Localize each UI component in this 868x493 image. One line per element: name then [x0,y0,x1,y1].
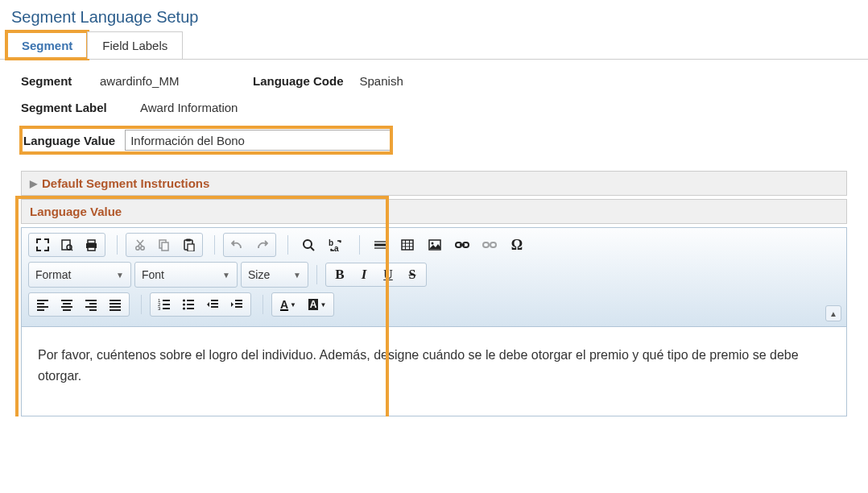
editor-content[interactable]: Por favor, cuéntenos sobre el logro del … [22,327,846,416]
svg-rect-33 [490,242,496,247]
svg-rect-32 [483,242,489,247]
cut-icon[interactable] [128,234,152,256]
print-icon[interactable] [79,234,103,256]
toolbar-group-2 [126,233,203,257]
segment-label-label: Segment Label [21,101,124,114]
outdent-icon[interactable] [200,293,225,316]
svg-line-2 [71,249,72,251]
bold-icon[interactable]: B [328,263,352,286]
svg-point-57 [183,303,185,305]
editor-toolbar: ba [22,228,846,327]
italic-icon[interactable]: I [352,263,376,286]
tab-bar: Segment Field Labels [0,31,868,60]
undo-icon[interactable] [225,234,250,256]
svg-point-56 [183,299,185,301]
toolbar-group-3 [223,233,276,257]
page-title: Segment Language Setup [0,0,868,31]
svg-line-8 [138,240,143,246]
segment-label-value: Award Information [140,101,238,114]
separator [287,235,288,255]
highlight-color-icon[interactable]: A▼ [303,293,332,316]
language-value-header[interactable]: Language Value [21,199,847,224]
collapse-toolbar-icon[interactable]: ▲ [825,305,841,321]
strikethrough-icon[interactable]: S [400,263,424,286]
align-center-icon[interactable] [55,293,79,316]
segment-value: awardinfo_MM [100,74,237,88]
default-instructions-header[interactable]: ▶ Default Segment Instructions [21,171,847,196]
separator [316,265,317,284]
unlink-icon[interactable] [477,234,502,256]
format-label: Format [35,268,71,281]
separator [262,295,263,314]
svg-rect-13 [186,239,191,242]
caret-down-icon: ▼ [116,271,124,280]
svg-rect-22 [402,240,413,250]
segment-label: Segment [21,74,84,88]
special-char-icon[interactable]: Ω [505,234,529,256]
svg-point-28 [432,242,434,245]
table-icon[interactable] [395,234,420,256]
size-label: Size [248,268,270,281]
rich-text-editor: ba [21,227,847,416]
tab-segment[interactable]: Segment [6,31,88,59]
language-code-value: Spanish [360,74,403,88]
language-value-label: Language Value [23,134,115,147]
svg-text:3: 3 [158,306,161,311]
copy-icon[interactable] [152,234,176,256]
separator [117,235,118,255]
language-code-label: Language Code [253,74,344,88]
format-dropdown[interactable]: Format ▼ [28,262,131,288]
default-instructions-title: Default Segment Instructions [42,176,209,190]
text-color-icon[interactable]: A▼ [274,293,303,316]
language-value-section: Language Value [21,199,847,416]
expand-triangle-icon: ▶ [30,178,37,189]
paste-icon[interactable] [176,234,200,256]
bullet-list-icon[interactable] [176,293,200,316]
language-value-row: Language Value [21,127,391,153]
svg-rect-4 [88,240,95,243]
redo-icon[interactable] [250,234,274,256]
indent-icon[interactable] [225,293,249,316]
language-value-title: Language Value [30,205,122,218]
toolbar-group-1 [28,233,105,257]
text-style-group: B I U S [325,263,427,287]
maximize-icon[interactable] [31,234,55,256]
font-label: Font [142,268,164,281]
align-left-icon[interactable] [31,293,55,316]
font-dropdown[interactable]: Font ▼ [134,262,238,288]
align-right-icon[interactable] [79,293,103,316]
language-value-input[interactable] [125,130,391,151]
caret-down-icon: ▼ [222,271,230,280]
horizontal-line-icon[interactable] [368,234,392,256]
svg-line-9 [137,240,143,246]
tab-field-labels[interactable]: Field Labels [87,31,183,59]
link-icon[interactable] [450,234,474,256]
svg-text:a: a [334,244,339,252]
svg-point-15 [304,240,312,248]
color-group: A▼ A▼ [271,292,334,317]
separator [141,295,142,314]
svg-rect-5 [88,247,95,251]
replace-icon[interactable]: ba [324,234,351,256]
preview-icon[interactable] [55,234,79,256]
svg-point-7 [141,246,144,250]
size-dropdown[interactable]: Size ▼ [241,262,308,288]
separator [359,235,360,255]
align-justify-icon[interactable] [103,293,127,316]
image-icon[interactable] [423,234,447,256]
svg-text:b: b [329,238,333,247]
underline-icon[interactable]: U [376,263,400,286]
numbered-list-icon[interactable]: 123 [152,293,176,316]
list-indent-group: 123 [150,292,251,317]
svg-line-16 [311,247,314,251]
svg-rect-14 [188,244,194,251]
separator [214,235,215,255]
svg-point-58 [183,307,185,309]
align-group [28,292,130,317]
svg-rect-11 [162,242,168,251]
caret-down-icon: ▼ [293,271,301,280]
search-icon[interactable] [296,234,320,256]
svg-point-6 [136,246,139,250]
